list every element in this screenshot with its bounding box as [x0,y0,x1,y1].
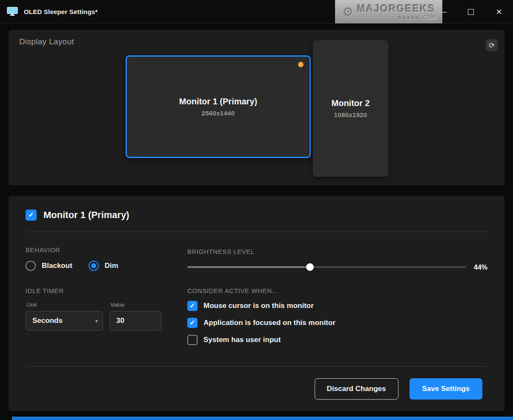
app-focused-checkbox-label: Application is focused on this monitor [203,319,335,327]
behavior-radio-group: Blackout Dim [26,261,118,271]
watermark-stars: ★★★★★ [398,15,419,19]
bottom-accent-strip [12,417,513,420]
unit-field-label: Unit [26,302,37,308]
settings-monitor-title: Monitor 1 (Primary) [43,210,129,221]
active-when-option-mouse[interactable]: ✓ Mouse cursor is on this monitor [187,301,335,311]
close-icon: ✕ [496,7,502,17]
titlebar: OLED Sleeper Settings* ⚙ MAJORGEEKS ★★★★… [0,0,513,23]
active-when-checkbox-group: ✓ Mouse cursor is on this monitor ✓ Appl… [187,301,335,345]
check-icon: ✓ [189,319,195,326]
watermark: ⚙ MAJORGEEKS ★★★★★ .COM [335,0,442,23]
display-layout-panel: Display Layout ⟳ Monitor 1 (Primary) 256… [9,30,504,185]
footer-divider [26,366,487,367]
monitor-settings-panel: ✓ Monitor 1 (Primary) BEHAVIOR Blackout … [9,196,504,411]
refresh-icon: ⟳ [489,41,495,50]
brightness-label: BRIGHTNESS LEVEL [187,248,255,255]
watermark-name: MAJORGEEKS [357,4,436,14]
consider-active-label: CONSIDER ACTIVE WHEN... [187,287,278,294]
maximize-button[interactable] [457,0,485,23]
close-button[interactable]: ✕ [485,0,513,23]
behavior-option-dim[interactable]: Dim [89,261,118,271]
behavior-option-blackout[interactable]: Blackout [26,261,72,271]
idle-timer-label: IDLE TIMER [26,287,64,294]
brightness-slider[interactable] [187,263,466,271]
user-input-checkbox-label: System has user input [203,336,281,344]
app-focused-checkbox[interactable]: ✓ [187,318,198,328]
active-indicator-dot [298,62,304,67]
maximize-icon [468,9,474,15]
monitor-1-resolution: 2560x1440 [202,109,235,117]
monitor-card-2[interactable]: Monitor 2 1080x1920 [313,40,388,177]
save-settings-button[interactable]: Save Settings [410,378,483,400]
display-layout-title: Display Layout [19,37,74,46]
mouse-cursor-checkbox-label: Mouse cursor is on this monitor [203,302,314,310]
dim-radio-label: Dim [105,262,118,270]
settings-header: ✓ Monitor 1 (Primary) [26,210,129,221]
brightness-slider-thumb[interactable] [306,263,314,271]
watermark-com: .COM [422,15,435,20]
dim-radio[interactable] [89,261,99,271]
behavior-label: BEHAVIOR [26,246,60,253]
chevron-down-icon: ▾ [95,318,98,324]
value-field-label: Value [110,302,125,308]
mouse-cursor-checkbox[interactable]: ✓ [187,301,198,311]
brightness-slider-fill [187,266,310,268]
discard-changes-button[interactable]: Discard Changes [315,378,398,400]
check-icon: ✓ [189,302,195,309]
unit-select[interactable]: Seconds ▾ [26,311,103,331]
refresh-displays-button[interactable]: ⟳ [486,39,498,51]
header-divider [26,232,487,232]
monitor-enable-checkbox[interactable]: ✓ [26,210,37,221]
monitor-2-name: Monitor 2 [332,98,370,108]
monitor-1-name: Monitor 1 (Primary) [179,97,257,106]
blackout-radio-label: Blackout [42,262,72,270]
watermark-gear-icon: ⚙ [342,4,354,19]
footer-actions: Discard Changes Save Settings [315,378,482,400]
monitor-2-resolution: 1080x1920 [334,111,367,118]
user-input-checkbox[interactable]: ✓ [187,335,198,345]
brightness-value: 44% [474,264,487,271]
monitor-app-icon [6,6,19,17]
check-icon: ✓ [28,212,34,219]
monitor-card-1[interactable]: Monitor 1 (Primary) 2560x1440 [126,55,311,158]
blackout-radio[interactable] [26,261,36,271]
window-title: OLED Sleeper Settings* [24,8,98,15]
idle-value-input[interactable] [109,311,161,331]
active-when-option-input[interactable]: ✓ System has user input [187,335,335,345]
active-when-option-focus[interactable]: ✓ Application is focused on this monitor [187,318,335,328]
unit-select-value: Seconds [32,316,63,325]
app-window: OLED Sleeper Settings* ⚙ MAJORGEEKS ★★★★… [0,0,513,420]
